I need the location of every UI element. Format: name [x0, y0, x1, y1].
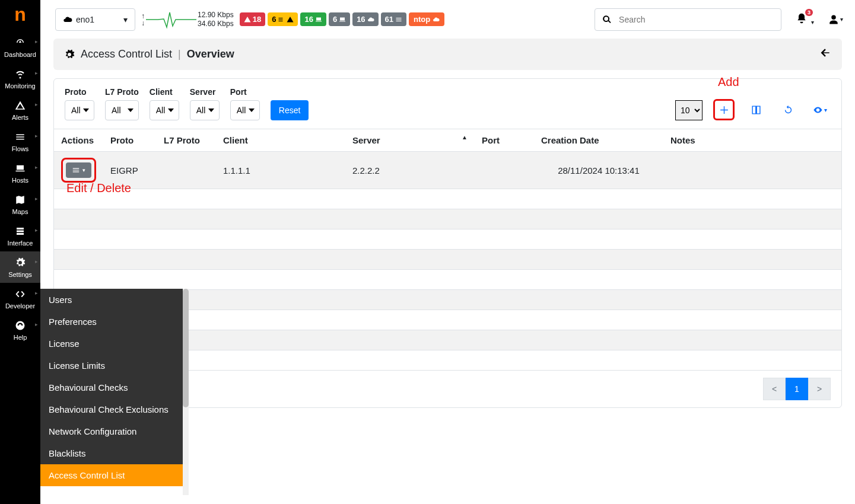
nav-maps[interactable]: ▸Maps	[0, 189, 40, 220]
row-actions-button[interactable]: ▾	[66, 162, 91, 178]
col-server[interactable]: Server	[345, 129, 475, 152]
arrow-up-icon: ↑	[141, 12, 145, 20]
laptop-icon	[315, 16, 322, 23]
settings-submenu: Users Preferences License License Limits…	[40, 289, 183, 486]
badge-devices[interactable]: 6	[329, 12, 350, 26]
badge-ifaces[interactable]: 16	[352, 12, 378, 26]
badge-flagged[interactable]: 6	[268, 12, 298, 26]
nav-dashboard[interactable]: ▸Dashboard	[0, 31, 40, 63]
visibility-button[interactable]: ▾	[809, 99, 831, 120]
back-button[interactable]	[819, 47, 831, 62]
pager-next[interactable]: >	[808, 378, 831, 400]
network-icon	[15, 225, 26, 237]
code-icon	[15, 288, 26, 300]
search-box[interactable]	[595, 8, 781, 31]
cell-created: 28/11/2024 10:13:41	[534, 152, 663, 189]
arrow-left-icon	[819, 47, 831, 59]
submenu-item-behavioural-exclusions[interactable]: Behavioural Check Exclusions	[40, 398, 183, 420]
table-row-empty	[54, 270, 841, 290]
status-badges: 18 6 16 6 16 61 ntop	[240, 12, 445, 26]
pager-prev[interactable]: <	[763, 378, 786, 400]
chevron-right-icon: ▸	[35, 101, 38, 107]
submenu-item-blacklists[interactable]: Blacklists	[40, 442, 183, 464]
badge-hosts[interactable]: 16	[300, 12, 326, 26]
nav-monitoring[interactable]: ▸Monitoring	[0, 63, 40, 94]
submenu-item-preferences[interactable]: Preferences	[40, 311, 183, 333]
nav-alerts[interactable]: ▸Alerts	[0, 94, 40, 126]
search-input[interactable]	[619, 15, 781, 24]
chevron-down-icon: ▾	[123, 15, 128, 24]
ntop-badge[interactable]: ntop	[409, 12, 444, 26]
badge-alerts[interactable]: 18	[240, 12, 265, 26]
pager-page[interactable]: 1	[786, 378, 808, 400]
filter-l7[interactable]: All	[105, 100, 139, 120]
plus-icon	[719, 105, 729, 115]
cloud-icon	[433, 16, 440, 23]
nav-label: Dashboard	[4, 51, 36, 58]
filter-label-client: Client	[150, 87, 179, 97]
topbar: eno1 ▾ ↑↓ 12.90 Kbps34.60 Kbps 18 6 16 6…	[40, 0, 855, 39]
chevron-right-icon: ▸	[35, 290, 38, 296]
chevron-right-icon: ▸	[35, 164, 38, 170]
submenu-item-behavioural-checks[interactable]: Behavioural Checks	[40, 377, 183, 398]
chevron-down-icon: ▾	[840, 16, 843, 23]
nav-label: Hosts	[12, 177, 28, 184]
user-icon	[828, 14, 839, 25]
nav-hosts[interactable]: ▸Hosts	[0, 157, 40, 189]
col-actions[interactable]: Actions	[54, 129, 103, 152]
chevron-right-icon: ▸	[35, 227, 38, 233]
col-proto[interactable]: Proto	[103, 129, 157, 152]
chevron-down-icon: ▾	[824, 107, 827, 113]
chevron-right-icon: ▸	[35, 39, 38, 44]
table-row: ▾ EIGRP 1.1.1.1 2.2.2.2 28/11/2024 10:13…	[54, 152, 841, 189]
filters: ProtoAll L7 ProtoAll ClientAll ServerAll…	[54, 79, 841, 129]
refresh-button[interactable]	[777, 99, 799, 120]
columns-button[interactable]	[745, 99, 767, 120]
submenu-item-users[interactable]: Users	[40, 289, 183, 311]
nav-developer[interactable]: ▸Developer	[0, 283, 40, 314]
col-created[interactable]: Creation Date	[534, 129, 663, 152]
cell-l7	[157, 152, 216, 189]
nav-label: Monitoring	[5, 82, 35, 90]
cloud-icon	[63, 15, 72, 24]
chevron-right-icon: ▸	[35, 70, 38, 76]
gear-icon	[64, 49, 75, 60]
flows-icon	[15, 131, 26, 143]
filter-server[interactable]: All	[190, 100, 220, 120]
logo: n	[14, 0, 26, 31]
submenu-item-license-limits[interactable]: License Limits	[40, 355, 183, 377]
scrollbar-thumb[interactable]	[183, 289, 189, 407]
col-port[interactable]: Port	[475, 129, 534, 152]
filter-client[interactable]: All	[150, 100, 179, 120]
pager: < 1 >	[763, 378, 831, 400]
filter-port[interactable]: All	[230, 100, 260, 120]
submenu-item-network-config[interactable]: Network Configuration	[40, 420, 183, 442]
col-notes[interactable]: Notes	[663, 129, 841, 152]
traffic-indicator: ↑↓ 12.90 Kbps34.60 Kbps	[141, 9, 234, 30]
list-icon	[72, 166, 80, 174]
page-size-select[interactable]: 10	[675, 100, 703, 120]
submenu-scrollbar[interactable]	[183, 289, 189, 495]
filter-proto[interactable]: All	[65, 100, 94, 120]
col-client[interactable]: Client	[216, 129, 345, 152]
interface-selector[interactable]: eno1 ▾	[55, 8, 135, 31]
nav-settings[interactable]: ▸Settings	[0, 251, 40, 283]
speed-down: 12.90 Kbps	[198, 11, 234, 19]
table-row-empty	[54, 209, 841, 229]
nav-interface[interactable]: ▸Interface	[0, 220, 40, 251]
nav-label: Help	[14, 334, 27, 341]
reset-button[interactable]: Reset	[271, 100, 309, 120]
submenu-item-acl[interactable]: Access Control List	[40, 464, 183, 486]
user-menu[interactable]: ▾	[828, 14, 843, 25]
badge-items[interactable]: 61	[381, 12, 406, 26]
col-l7[interactable]: L7 Proto	[157, 129, 216, 152]
filter-label-port: Port	[230, 87, 260, 97]
sparkline	[146, 9, 196, 30]
notifications[interactable]: 3▾	[796, 12, 814, 26]
add-button[interactable]	[713, 99, 735, 120]
gauge-icon	[15, 37, 26, 49]
nav-help[interactable]: ▸Help	[0, 314, 40, 346]
submenu-item-license[interactable]: License	[40, 333, 183, 355]
breadcrumb-sep: |	[178, 48, 181, 60]
nav-flows[interactable]: ▸Flows	[0, 126, 40, 157]
